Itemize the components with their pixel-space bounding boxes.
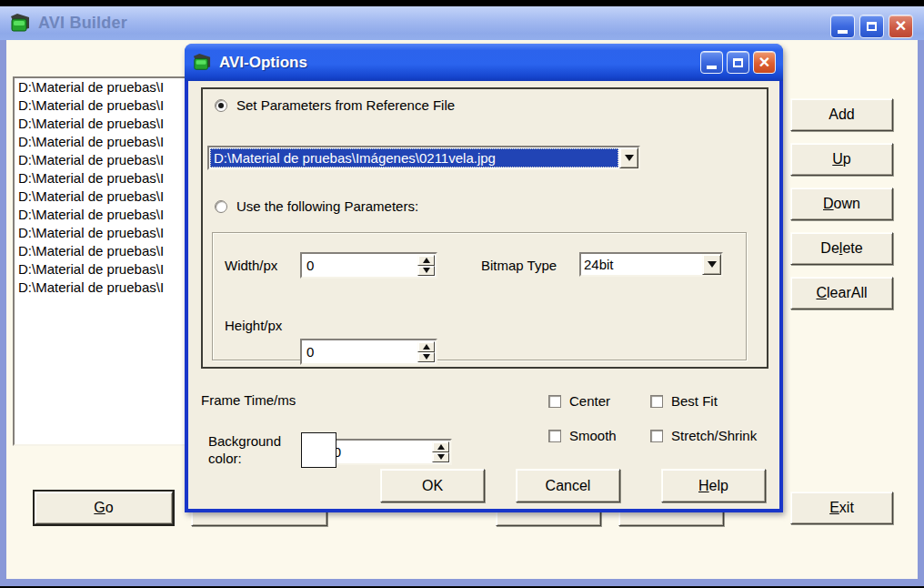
go-button[interactable]: Go <box>35 492 173 524</box>
background-color-swatch[interactable] <box>301 432 336 468</box>
dialog-client-area: Set Parameters from Reference File D:\Ma… <box>188 81 779 509</box>
up-button[interactable]: Up <box>790 143 893 176</box>
width-spin-down-button[interactable] <box>417 266 435 277</box>
height-spin-down-button[interactable] <box>417 352 435 363</box>
smooth-checkbox[interactable] <box>548 430 561 442</box>
dialog-minimize-button[interactable] <box>700 51 723 74</box>
exit-button[interactable]: Exit <box>790 492 893 524</box>
minimize-icon <box>707 66 717 69</box>
use-parameters-radio-row[interactable]: Use the following Parameters: <box>215 198 418 214</box>
close-button[interactable]: ✕ <box>889 15 913 38</box>
dialog-close-button[interactable]: ✕ <box>753 51 776 74</box>
ok-button[interactable]: OK <box>380 469 485 502</box>
window-border-left <box>0 40 6 579</box>
center-checkbox-row[interactable]: Center <box>548 393 610 409</box>
bitmap-type-label: Bitmap Type <box>481 258 557 273</box>
reference-file-radio[interactable] <box>215 99 227 112</box>
close-icon: ✕ <box>758 56 770 70</box>
width-value: 0 <box>306 254 314 277</box>
minimize-icon <box>838 30 848 34</box>
dialog-maximize-button[interactable] <box>727 51 749 74</box>
use-parameters-radio[interactable] <box>215 200 227 213</box>
stretch-shrink-checkbox[interactable] <box>650 430 663 442</box>
reference-file-radio-row[interactable]: Set Parameters from Reference File <box>215 97 455 113</box>
help-button[interactable]: Help <box>661 469 766 502</box>
reference-file-value: D:\Material de pruebas\Imágenes\0211vela… <box>210 148 618 167</box>
reference-file-combobox[interactable]: D:\Material de pruebas\Imágenes\0211vela… <box>207 146 640 170</box>
arrow-up-icon <box>423 258 430 263</box>
best-fit-checkbox-row[interactable]: Best Fit <box>650 393 718 409</box>
frame-time-spin-up-button[interactable] <box>432 441 449 452</box>
bitmap-type-dropdown-button[interactable] <box>702 254 721 275</box>
window-border-right <box>918 40 924 579</box>
best-fit-checkbox[interactable] <box>650 395 663 408</box>
maximize-button[interactable] <box>859 15 884 38</box>
avi-options-dialog: AVI-Options ✕ Set Parameters from Refere… <box>185 44 783 512</box>
main-window-title: AVI Builder <box>38 14 127 33</box>
cancel-button[interactable]: Cancel <box>516 469 620 502</box>
dialog-titlebar: AVI-Options ✕ <box>185 44 783 81</box>
dialog-icon <box>192 54 212 72</box>
arrow-down-icon <box>437 454 445 460</box>
add-button[interactable]: Add <box>790 98 893 131</box>
arrow-up-icon <box>423 344 430 350</box>
best-fit-checkbox-label: Best Fit <box>671 393 718 409</box>
dialog-title: AVI-Options <box>219 54 307 72</box>
bitmap-type-combobox[interactable]: 24bit <box>579 252 723 277</box>
app-icon <box>9 14 31 34</box>
window-border-bottom <box>0 579 924 586</box>
width-spin-up-button[interactable] <box>417 255 435 266</box>
center-checkbox-label: Center <box>569 393 610 409</box>
reference-file-radio-label: Set Parameters from Reference File <box>236 97 455 113</box>
stretch-shrink-checkbox-row[interactable]: Stretch/Shrink <box>650 428 757 443</box>
down-button[interactable]: Down <box>790 188 893 220</box>
delete-button[interactable]: Delete <box>790 232 893 265</box>
minimize-button[interactable] <box>830 15 855 38</box>
bitmap-type-value: 24bit <box>581 254 702 275</box>
height-spin-up-button[interactable] <box>417 341 435 352</box>
width-spinedit[interactable]: 0 <box>300 252 437 279</box>
arrow-up-icon <box>437 444 445 450</box>
width-label: Width/px <box>225 258 277 273</box>
frame-time-label: Frame Time/ms <box>201 392 296 408</box>
background-color-label: Background color: <box>208 432 281 467</box>
smooth-checkbox-row[interactable]: Smooth <box>548 428 617 443</box>
chevron-down-icon <box>625 155 634 161</box>
chevron-down-icon <box>708 261 717 268</box>
reference-file-dropdown-button[interactable] <box>619 147 638 168</box>
frame-time-spin-down-button[interactable] <box>432 452 449 463</box>
maximize-icon <box>867 22 877 31</box>
smooth-checkbox-label: Smooth <box>569 428 617 443</box>
height-value: 0 <box>306 340 314 363</box>
use-parameters-radio-label: Use the following Parameters: <box>236 198 418 214</box>
arrow-down-icon <box>423 354 430 360</box>
main-window-titlebar: AVI Builder ✕ <box>0 6 924 40</box>
center-checkbox[interactable] <box>548 395 561 408</box>
clearall-button[interactable]: ClearAll <box>790 277 893 309</box>
maximize-icon <box>733 58 743 67</box>
height-spinedit[interactable]: 0 <box>300 339 437 365</box>
close-icon: ✕ <box>895 19 907 34</box>
height-label: Height/px <box>225 318 282 333</box>
stretch-shrink-checkbox-label: Stretch/Shrink <box>671 428 757 443</box>
arrow-down-icon <box>423 268 430 273</box>
